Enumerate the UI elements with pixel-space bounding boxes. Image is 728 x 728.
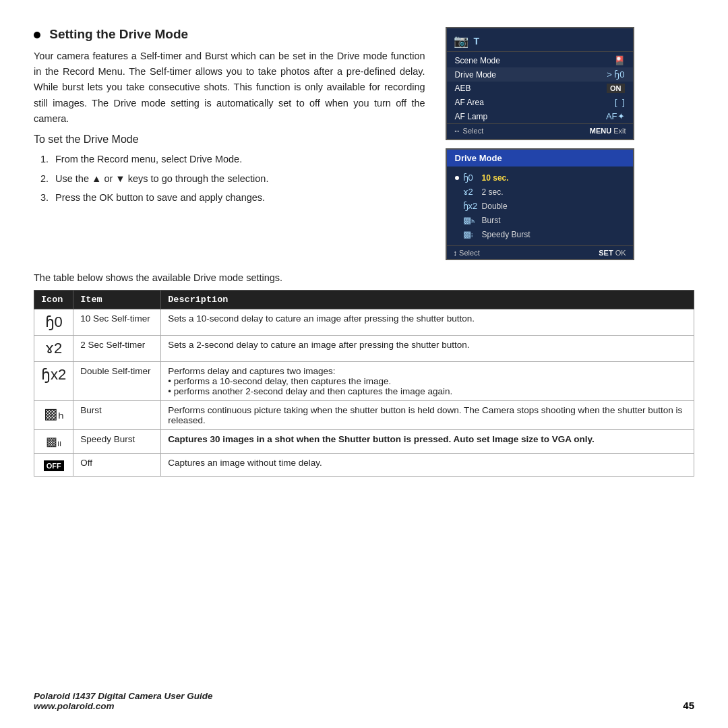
item-double-cell: Double Self-timer bbox=[73, 362, 161, 401]
label-2sec: 2 sec. bbox=[482, 187, 504, 197]
subsection-title: To set the Drive Mode bbox=[34, 133, 425, 146]
label-burst: Burst bbox=[482, 216, 501, 225]
panel-footer-1: ↔ Select MENU Exit bbox=[447, 123, 633, 136]
footer-title: Polaroid i1437 Digital Camera User Guide bbox=[34, 691, 213, 701]
icon-off-cell: OFF bbox=[34, 454, 73, 477]
item-burst-cell: Burst bbox=[73, 401, 161, 430]
item-speedy-cell: Speedy Burst bbox=[73, 430, 161, 454]
bullet-icon bbox=[34, 32, 40, 38]
row-value-afarea: [ ] bbox=[615, 97, 624, 107]
th-icon: Icon bbox=[34, 291, 73, 309]
menu-row-aeb: AEB ON bbox=[447, 82, 633, 95]
icon-10sec: ɧ0 bbox=[463, 173, 478, 183]
right-content: 📷 T Scene Mode 🎴 Drive Mode > ɧ0 AEB ON … bbox=[446, 27, 694, 260]
steps-list: 1. From the Record menu, select Drive Mo… bbox=[34, 151, 425, 206]
footer-select-1: ↔ Select bbox=[454, 127, 484, 135]
icon-double-cell: ɧx2 bbox=[34, 362, 73, 401]
menu-row-afarea: AF Area [ ] bbox=[447, 95, 633, 109]
body-text: Your camera features a Self-timer and Bu… bbox=[34, 49, 425, 127]
row-label-scene: Scene Mode bbox=[455, 56, 500, 65]
drive-option-2sec: ɤ2 2 sec. bbox=[455, 185, 625, 199]
footer-select-2: ↕ Select bbox=[454, 249, 480, 257]
icon-speedy: ▩ᵢ bbox=[463, 229, 478, 239]
icon-10sec-cell: ɧ0 bbox=[34, 309, 73, 336]
desc-off-cell: Captures an image without time delay. bbox=[161, 454, 694, 477]
left-content: Setting the Drive Mode Your camera featu… bbox=[34, 27, 425, 260]
item-2sec-cell: 2 Sec Self-timer bbox=[73, 336, 161, 362]
drive-option-double: ɧx2 Double bbox=[455, 199, 625, 213]
row-label-aeb: AEB bbox=[455, 84, 471, 93]
th-item: Item bbox=[73, 291, 161, 309]
active-dot bbox=[455, 176, 459, 180]
camera-panel-record: 📷 T Scene Mode 🎴 Drive Mode > ɧ0 AEB ON … bbox=[446, 27, 634, 140]
page-footer: Polaroid i1437 Digital Camera User Guide… bbox=[34, 691, 694, 711]
icon-burst: ▩ₕ bbox=[463, 215, 478, 225]
row-value-drive: > ɧ0 bbox=[607, 69, 624, 80]
desc-2sec-cell: Sets a 2-second delay to cature an image… bbox=[161, 336, 694, 362]
th-description: Description bbox=[161, 291, 694, 309]
row-value-aeb: ON bbox=[607, 84, 625, 93]
desc-double-cell: Performs delay and captures two images:•… bbox=[161, 362, 694, 401]
icon-double: ɧx2 bbox=[463, 201, 478, 211]
drive-option-speedy: ▩ᵢ Speedy Burst bbox=[455, 227, 625, 241]
drive-panel-footer: ↕ Select SET OK bbox=[447, 245, 633, 259]
desc-speedy-cell: Captures 30 images in a shot when the Sh… bbox=[161, 430, 694, 454]
footer-left: Polaroid i1437 Digital Camera User Guide… bbox=[34, 691, 213, 711]
footer-ok-2: SET OK bbox=[599, 249, 626, 257]
label-10sec: 10 sec. bbox=[482, 173, 509, 183]
drive-option-burst: ▩ₕ Burst bbox=[455, 213, 625, 227]
row-label-aflamp: AF Lamp bbox=[455, 112, 488, 121]
footer-page-number: 45 bbox=[683, 700, 694, 711]
table-row-10sec: ɧ0 10 Sec Self-timer Sets a 10-second de… bbox=[34, 309, 694, 336]
row-value-aflamp: AF✦ bbox=[606, 111, 625, 121]
table-row-2sec: ɤ2 2 Sec Self-timer Sets a 2-second dela… bbox=[34, 336, 694, 362]
menu-row-aflamp: AF Lamp AF✦ bbox=[447, 109, 633, 123]
row-label-drive: Drive Mode bbox=[455, 70, 496, 80]
desc-10sec-cell: Sets a 10-second delay to cature an imag… bbox=[161, 309, 694, 336]
row-label-afarea: AF Area bbox=[455, 98, 484, 107]
menu-row-scene: Scene Mode 🎴 bbox=[447, 53, 633, 67]
icon-2sec-cell: ɤ2 bbox=[34, 336, 73, 362]
panel-header: 📷 T bbox=[447, 32, 633, 52]
item-10sec-cell: 10 Sec Self-timer bbox=[73, 309, 161, 336]
table-row-double: ɧx2 Double Self-timer Performs delay and… bbox=[34, 362, 694, 401]
drive-mode-panel: Drive Mode ɧ0 10 sec. ɤ2 2 sec. ɧx2 bbox=[446, 148, 634, 260]
drive-option-10sec: ɧ0 10 sec. bbox=[455, 171, 625, 185]
label-double: Double bbox=[482, 202, 508, 211]
step-2: 2. Use the ▲ or ▼ keys to go through the… bbox=[40, 171, 425, 187]
icon-2sec: ɤ2 bbox=[463, 187, 478, 197]
section-title: Setting the Drive Mode bbox=[34, 27, 425, 42]
page: Setting the Drive Mode Your camera featu… bbox=[0, 0, 728, 728]
table-row-off: OFF Off Captures an image without time d… bbox=[34, 454, 694, 477]
camera-icon: 📷 bbox=[454, 34, 468, 49]
panel-tab-t: T bbox=[474, 36, 480, 47]
off-badge: OFF bbox=[44, 460, 64, 471]
footer-menu-1: MENU Exit bbox=[590, 127, 626, 135]
icon-burst-cell: ▩ₕ bbox=[34, 401, 73, 430]
table-row-burst: ▩ₕ Burst Performs continuous picture tak… bbox=[34, 401, 694, 430]
menu-row-drive: Drive Mode > ɧ0 bbox=[447, 67, 633, 82]
icon-speedy-cell: ▩ᵢᵢ bbox=[34, 430, 73, 454]
step-1: 1. From the Record menu, select Drive Mo… bbox=[40, 151, 425, 168]
drive-table: Icon Item Description ɧ0 10 Sec Self-tim… bbox=[34, 290, 694, 477]
label-speedy: Speedy Burst bbox=[482, 230, 530, 239]
row-value-scene: 🎴 bbox=[614, 55, 625, 65]
desc-burst-cell: Performs continuous picture taking when … bbox=[161, 401, 694, 430]
item-off-cell: Off bbox=[73, 454, 161, 477]
table-intro: The table below shows the available Driv… bbox=[34, 272, 694, 283]
footer-url: www.polaroid.com bbox=[34, 701, 213, 711]
step-3: 3. Press the OK button to save and apply… bbox=[40, 189, 425, 206]
table-row-speedy: ▩ᵢᵢ Speedy Burst Captures 30 images in a… bbox=[34, 430, 694, 454]
top-section: Setting the Drive Mode Your camera featu… bbox=[34, 27, 694, 260]
drive-panel-body: ɧ0 10 sec. ɤ2 2 sec. ɧx2 Double bbox=[447, 166, 633, 245]
drive-panel-title: Drive Mode bbox=[447, 150, 633, 166]
